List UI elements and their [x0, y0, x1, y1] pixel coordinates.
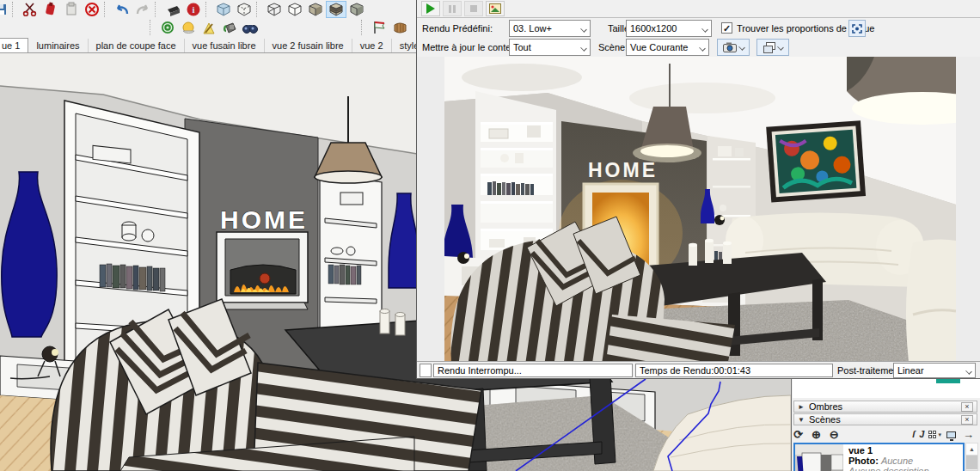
photo-label: Photo:: [848, 456, 879, 466]
chevron-down-icon: [738, 44, 745, 51]
hidden-line-style-button[interactable]: [285, 1, 305, 18]
cut-button[interactable]: [20, 1, 40, 18]
status-message: Rendu Interrompu...: [433, 364, 633, 377]
toolbar-grip: [150, 20, 156, 35]
scrollbar-thumb[interactable]: [966, 456, 977, 469]
pause-icon: [449, 5, 456, 13]
shadows-button[interactable]: [178, 19, 199, 36]
ombres-panel-header[interactable]: ► Ombres ×: [793, 401, 977, 413]
close-icon[interactable]: ×: [961, 415, 973, 425]
scenes-scrollbar[interactable]: ▲: [965, 443, 978, 471]
render-preview-image[interactable]: HOME: [444, 57, 956, 362]
binoculars-button[interactable]: [240, 19, 260, 36]
camera-icon: [723, 42, 737, 52]
remove-scene-icon[interactable]: ⊖: [830, 428, 839, 441]
chevron-down-icon: [580, 26, 587, 33]
copy-button[interactable]: [40, 1, 61, 18]
teal-accent: [936, 379, 960, 383]
chevron-down-icon: [699, 45, 706, 52]
render-pause-button[interactable]: [443, 1, 462, 16]
paste-button[interactable]: [61, 1, 82, 18]
post-processing-select[interactable]: Linear: [893, 363, 976, 378]
scene-tab[interactable]: style pencil rough: [392, 39, 416, 53]
toolbar-separator: [205, 2, 211, 17]
add-scene-icon[interactable]: ⊕: [812, 428, 821, 441]
shaded-with-textures-style-button[interactable]: [326, 1, 346, 18]
chevron-down-icon: [777, 44, 784, 51]
scene-tabs: ue 1 luminaires plan de coupe face vue f…: [0, 38, 416, 53]
scene-tab[interactable]: luminaires: [28, 39, 88, 53]
undo-button[interactable]: [112, 1, 132, 18]
render-armchair: [906, 239, 956, 362]
flag-button[interactable]: [369, 19, 389, 36]
scene-tab[interactable]: ue 1: [0, 38, 28, 53]
render-preview-area: HOME: [417, 57, 980, 362]
chevron-down-icon: [701, 26, 708, 33]
move-scene-right-icon[interactable]: J: [919, 428, 924, 441]
wireframe-style-button[interactable]: [264, 1, 285, 18]
toolbar-separator: [155, 2, 161, 17]
match-view-ratio-button[interactable]: [848, 20, 866, 37]
save-render-button[interactable]: [486, 1, 505, 16]
scene-tab[interactable]: vue fusain libre: [185, 39, 265, 53]
show-details-icon[interactable]: [946, 431, 956, 438]
erase-button[interactable]: [82, 1, 102, 18]
status-indicator: [420, 364, 432, 377]
save-button[interactable]: [0, 1, 10, 18]
scene-name: vue 1: [848, 445, 929, 456]
home-letters: HOME: [588, 159, 658, 181]
secondary-toolbar: [0, 18, 421, 38]
scene-list-item[interactable]: vue 1 Photo: Aucune Aucune description: [793, 443, 965, 471]
scene-select[interactable]: Vue Courante: [626, 39, 709, 56]
camera-options-button[interactable]: [717, 39, 750, 56]
home-letters: HOME: [220, 205, 308, 234]
model-info-button[interactable]: i: [183, 1, 204, 18]
preset-select[interactable]: 03. Low+: [509, 20, 591, 37]
move-scene-left-icon[interactable]: ſ: [912, 428, 915, 441]
photo-value: Aucune: [881, 456, 913, 466]
default-tray: ► Ombres × ▼ Scènes × ⟳ ⊕ ⊖ ſ J ▾ →: [791, 379, 980, 471]
sketchup-window: HOME: [0, 0, 980, 471]
proportions-checkbox[interactable]: ✓: [721, 22, 732, 34]
view-options-icon[interactable]: [928, 431, 936, 438]
update-select[interactable]: Tout: [509, 39, 591, 56]
chevron-down-icon[interactable]: ▾: [938, 431, 941, 438]
close-icon[interactable]: ×: [961, 402, 973, 412]
xray-style-button[interactable]: [213, 1, 234, 18]
scene-menu-icon[interactable]: →: [963, 428, 974, 441]
photo-textures-button[interactable]: [389, 19, 410, 36]
toolbar-separator: [104, 2, 110, 17]
ombres-title: Ombres: [809, 401, 842, 412]
render-play-button[interactable]: [421, 1, 440, 16]
toolbar-grip: [361, 20, 367, 35]
update-scene-icon[interactable]: ⟳: [793, 428, 803, 441]
layers-options-button[interactable]: [756, 39, 789, 56]
scenes-panel-header[interactable]: ▼ Scènes ×: [793, 413, 977, 425]
paint-bucket-button[interactable]: [219, 19, 240, 36]
image-icon: [489, 3, 501, 14]
scene-tab[interactable]: vue 2: [352, 39, 392, 53]
render-window: Rendu Prédéfini: 03. Low+ Taille: 1600x1…: [416, 0, 980, 379]
scene-tab[interactable]: vue 2 fusain libre: [265, 39, 352, 53]
stop-icon: [470, 5, 477, 12]
size-combo[interactable]: 1600x1200: [626, 20, 712, 37]
standard-toolbar: i: [0, 0, 421, 18]
scenes-toolbar: ⟳ ⊕ ⊖ ſ J ▾ →: [793, 427, 977, 442]
play-icon: [426, 3, 435, 14]
scene-thumbnail: [795, 444, 843, 471]
back-edges-style-button[interactable]: [234, 1, 254, 18]
styles-button[interactable]: [199, 19, 219, 36]
scene-description: Aucune description: [848, 466, 929, 471]
shaded-style-button[interactable]: [305, 1, 326, 18]
monochrome-style-button[interactable]: [346, 1, 367, 18]
target-button[interactable]: [157, 19, 178, 36]
scene-tab[interactable]: plan de coupe face: [89, 39, 185, 53]
redo-button[interactable]: [132, 1, 153, 18]
render-stop-button[interactable]: [464, 1, 483, 16]
arrow-expanded-icon: ▼: [798, 416, 809, 424]
aspect-ratio-icon: [852, 24, 862, 34]
sketch-fireplace: HOME: [217, 205, 308, 309]
print-button[interactable]: [162, 1, 183, 18]
tray-top-area: [793, 379, 980, 398]
scroll-up-icon[interactable]: ▲: [966, 443, 977, 456]
